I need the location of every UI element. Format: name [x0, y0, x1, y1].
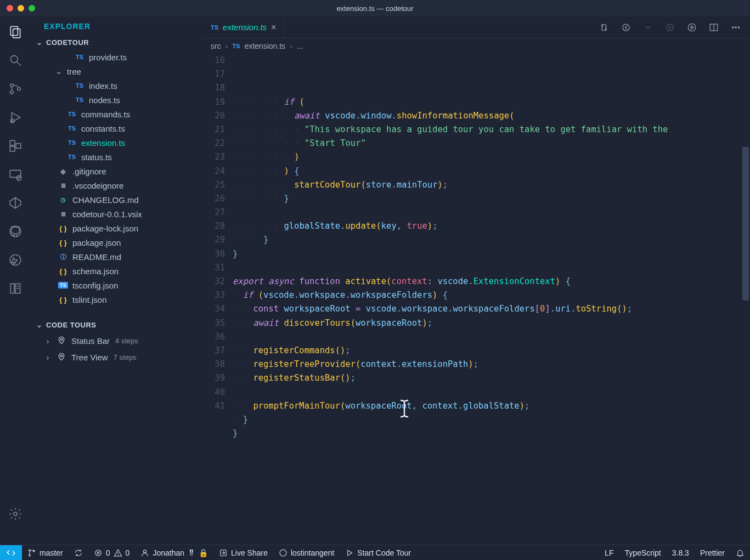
- live-share-icon[interactable]: [8, 195, 23, 211]
- code-line[interactable]: [233, 330, 750, 344]
- code-line[interactable]: · · registerTreeProvider(context.extensi…: [233, 358, 750, 371]
- minimize-window-button[interactable]: [18, 5, 24, 12]
- azure-icon[interactable]: [8, 252, 23, 268]
- code-line[interactable]: · · registerCommands();: [233, 344, 750, 358]
- code-line[interactable]: · · await discoverTours(workspaceRoot);: [233, 316, 750, 330]
- breadcrumb-file[interactable]: extension.ts: [244, 42, 285, 50]
- code-line[interactable]: · · registerStatusBar();: [233, 371, 750, 385]
- svg-point-21: [60, 338, 62, 340]
- more-actions-icon[interactable]: [730, 22, 741, 33]
- svg-point-32: [738, 26, 739, 27]
- prettier-status[interactable]: Prettier: [695, 545, 730, 560]
- close-window-button[interactable]: [7, 5, 13, 12]
- file-row-provider-ts[interactable]: TSprovider.ts: [31, 50, 203, 64]
- github-icon[interactable]: [8, 224, 23, 239]
- window-controls: [7, 5, 35, 12]
- code-line[interactable]: [233, 206, 750, 219]
- code-line[interactable]: · · · · · · startCodeTour(store.mainTour…: [233, 178, 750, 192]
- file-name: .gitignore: [72, 167, 106, 176]
- go-back-icon[interactable]: [621, 22, 631, 33]
- code-line[interactable]: [233, 440, 750, 454]
- code-line[interactable]: export async function activate(context: …: [233, 275, 750, 289]
- eol-status[interactable]: LF: [599, 545, 619, 560]
- tour-row-status-bar[interactable]: ›Status Bar4 steps: [31, 332, 203, 349]
- remote-explorer-icon[interactable]: [8, 167, 23, 182]
- file-row-commands-ts[interactable]: TScommands.ts: [31, 107, 203, 121]
- explorer-icon[interactable]: [8, 24, 23, 39]
- code-line[interactable]: · · · · · · await vscode.window.showInfo…: [233, 109, 750, 123]
- code-line[interactable]: }: [233, 247, 750, 261]
- file-name: tree: [67, 67, 81, 76]
- section-header-codetours[interactable]: ⌄ CODE TOURS: [31, 319, 203, 331]
- code-line[interactable]: · if (vscode.workspace.workspaceFolders)…: [233, 289, 750, 302]
- file-row-package-json[interactable]: { }package.json: [31, 235, 203, 250]
- file-row-readme-md[interactable]: ⓘREADME.md: [31, 250, 203, 264]
- section-header-codetour[interactable]: ⌄ CODETOUR: [31, 36, 203, 49]
- scrollbar-thumb[interactable]: [742, 147, 749, 301]
- code-line[interactable]: · · · · · }: [233, 192, 750, 206]
- debug-icon[interactable]: [8, 110, 23, 125]
- code-editor[interactable]: 1617181920212223242526272829303132333435…: [203, 54, 750, 545]
- git-branch-status[interactable]: master: [22, 545, 69, 560]
- code-line[interactable]: [233, 261, 750, 275]
- code-line[interactable]: · · const workspaceRoot = vscode.workspa…: [233, 302, 750, 316]
- person-icon: [140, 548, 149, 557]
- codetour-status[interactable]: Start Code Tour: [340, 545, 416, 560]
- problems-status[interactable]: 0 0: [88, 545, 136, 560]
- code-line[interactable]: · · · · · · · "Start Tour": [233, 137, 750, 150]
- liveshare-user-status[interactable]: Jonathan 🎖 🔒: [135, 545, 213, 560]
- run-icon[interactable]: [686, 22, 697, 33]
- branch-icon: [27, 548, 36, 557]
- next-change-icon[interactable]: [664, 22, 675, 33]
- language-mode-status[interactable]: TypeScript: [619, 545, 667, 560]
- maximize-window-button[interactable]: [29, 5, 35, 12]
- file-row-tsconfig-json[interactable]: TStsconfig.json: [31, 278, 203, 292]
- file-row-schema-json[interactable]: { }schema.json: [31, 264, 203, 278]
- code-line[interactable]: · · · · · globalState.update(key, true);: [233, 219, 750, 233]
- compare-changes-icon[interactable]: [599, 22, 610, 33]
- extensions-icon[interactable]: [8, 138, 23, 154]
- code-line[interactable]: · · · · · · ): [233, 150, 750, 164]
- file-name: index.ts: [89, 81, 117, 90]
- tour-row-tree-view[interactable]: ›Tree View7 steps: [31, 349, 203, 365]
- split-editor-icon[interactable]: [708, 22, 719, 33]
- svg-marker-45: [348, 550, 352, 555]
- file-row-tslint-json[interactable]: { }tslint.json: [31, 292, 203, 307]
- source-control-icon[interactable]: [8, 81, 23, 97]
- tab-extension-ts[interactable]: TS extension.ts ×: [203, 16, 284, 38]
- remote-indicator[interactable]: [0, 545, 22, 560]
- file-row-package-lock-json[interactable]: { }package-lock.json: [31, 221, 203, 235]
- code-line[interactable]: · · · · · ) {: [233, 165, 750, 178]
- svg-rect-16: [10, 284, 14, 293]
- docs-icon[interactable]: [8, 281, 23, 296]
- liveshare-status[interactable]: Live Share: [213, 545, 273, 560]
- prev-change-icon[interactable]: [642, 22, 653, 33]
- code-content[interactable]: · · · · · if (· · · · · · await vscode.w…: [233, 54, 750, 545]
- close-tab-icon[interactable]: ×: [271, 22, 276, 32]
- svg-point-23: [623, 24, 629, 31]
- breadcrumb-more[interactable]: ...: [297, 42, 303, 50]
- code-line[interactable]: · · · · · · · "This workspace has a guid…: [233, 123, 750, 137]
- svg-rect-9: [10, 146, 15, 151]
- file-row-index-ts[interactable]: TSindex.ts: [31, 78, 203, 93]
- text-cursor-icon: [292, 386, 411, 433]
- settings-gear-icon[interactable]: [8, 506, 23, 522]
- file-row--vscodeignore[interactable]: ≣.vscodeignore: [31, 178, 203, 193]
- file-row-status-ts[interactable]: TSstatus.ts: [31, 150, 203, 164]
- github-account-status[interactable]: lostintangent: [273, 545, 340, 560]
- code-line[interactable]: · · · · · if (: [233, 95, 750, 109]
- file-row-codetour-0-0-1-vsix[interactable]: ≣codetour-0.0.1.vsix: [31, 207, 203, 221]
- file-row-changelog-md[interactable]: ◷CHANGELOG.md: [31, 193, 203, 207]
- sync-status[interactable]: [69, 545, 88, 560]
- typescript-version-status[interactable]: 3.8.3: [667, 545, 695, 560]
- feedback-status[interactable]: [730, 545, 750, 560]
- file-row-constants-ts[interactable]: TSconstants.ts: [31, 121, 203, 135]
- file-row-tree[interactable]: ⌄tree: [31, 64, 203, 78]
- file-row-extension-ts[interactable]: TSextension.ts: [31, 135, 203, 150]
- code-line[interactable]: · · · }: [233, 233, 750, 247]
- search-icon[interactable]: [8, 53, 23, 68]
- file-row-nodes-ts[interactable]: TSnodes.ts: [31, 93, 203, 107]
- breadcrumb-src[interactable]: src: [211, 42, 221, 50]
- breadcrumb[interactable]: src › TS extension.ts › ...: [203, 38, 750, 54]
- file-row--gitignore[interactable]: ◈.gitignore: [31, 164, 203, 178]
